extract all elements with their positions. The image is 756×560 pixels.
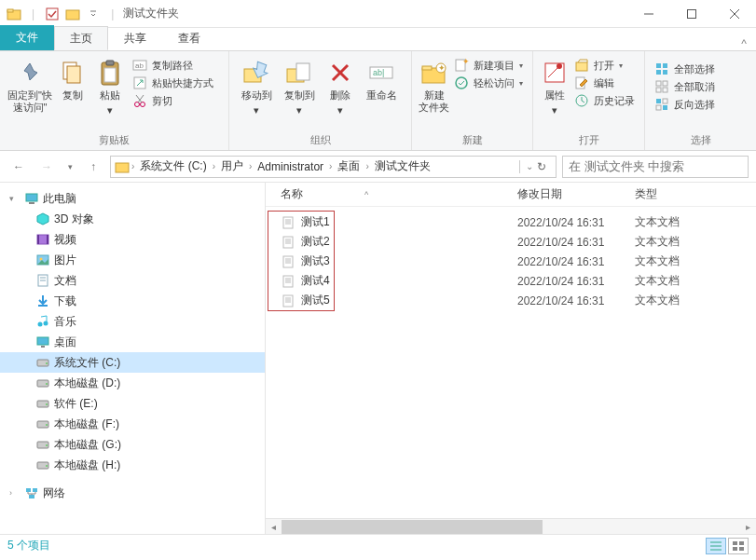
history-button[interactable]: 历史记录 [574,93,635,108]
nav-item[interactable]: 系统文件 (C:) [0,352,265,373]
copy-path-button[interactable]: ab复制路径 [132,58,213,73]
pin-icon [15,58,45,88]
nav-this-pc[interactable]: ▾此电脑 [0,188,265,209]
select-all-button[interactable]: 全部选择 [654,61,715,76]
titlebar: | | 测试文件夹 [0,0,756,28]
cut-button[interactable]: 剪切 [132,93,213,108]
select-none-button[interactable]: 全部取消 [654,79,715,94]
nav-item[interactable]: 本地磁盘 (D:) [0,373,265,393]
copy-button[interactable]: 复制 [54,54,91,102]
svg-rect-1 [7,9,13,12]
svg-rect-56 [47,235,48,244]
svg-rect-44 [663,81,667,86]
svg-point-68 [46,362,48,364]
svg-rect-5 [688,9,696,18]
nav-item[interactable]: 文档 [0,270,265,291]
copy-to-button[interactable]: 复制到▾ [278,54,321,116]
new-item-button[interactable]: ✦新建项目▾ [454,58,523,73]
easy-access-button[interactable]: 轻松访问▾ [454,75,523,90]
scroll-thumb[interactable] [282,520,543,534]
minimize-button[interactable] [627,0,670,28]
invert-selection-button[interactable]: 反向选择 [654,97,715,112]
recent-dropdown-icon[interactable]: ▾ [63,156,76,178]
delete-button[interactable]: 删除▾ [321,54,360,116]
qat-folder-icon[interactable] [64,6,81,22]
refresh-icon[interactable]: ↻ [537,160,546,173]
up-button[interactable]: ↑ [82,156,104,178]
new-folder-button[interactable]: ✦新建 文件夹 [418,54,450,114]
paste-shortcut-button[interactable]: 粘贴快捷方式 [132,75,213,90]
nav-item[interactable]: 本地磁盘 (F:) [0,414,265,434]
close-button[interactable] [713,0,756,28]
nav-item[interactable]: 本地磁盘 (G:) [0,434,265,455]
file-row[interactable]: 测试52022/10/24 16:31文本文档 [281,291,756,310]
svg-rect-47 [656,99,661,103]
nav-item[interactable]: 下载 [0,291,265,311]
group-open-label: 打开 [539,131,639,150]
rename-button[interactable]: ab|重命名 [360,54,403,102]
breadcrumb[interactable]: › 系统文件 (C:)› 用户› Administrator› 桌面› 测试文件… [110,156,557,178]
col-type[interactable]: 类型 [635,186,719,202]
tab-file[interactable]: 文件 [0,25,54,50]
nav-item[interactable]: 音乐 [0,311,265,332]
nav-pane[interactable]: ▾此电脑 3D 对象视频图片文档下载音乐桌面系统文件 (C:)本地磁盘 (D:)… [0,183,266,534]
svg-rect-42 [663,70,667,75]
pin-to-quick-access-button[interactable]: 固定到"快速访问" [6,54,54,114]
drive-icon [35,355,50,370]
breadcrumb-seg[interactable]: Administrator [254,160,327,173]
nav-item[interactable]: 视频 [0,229,265,250]
tab-view[interactable]: 查看 [162,26,216,50]
svg-rect-55 [37,235,39,244]
breadcrumb-seg[interactable]: 测试文件夹 [371,158,434,174]
svg-rect-105 [733,541,737,545]
icons-view-button[interactable] [728,538,749,554]
nav-item[interactable]: 软件 (E:) [0,393,265,414]
move-to-button[interactable]: 移动到▾ [235,54,278,116]
open-button[interactable]: 打开▾ [574,58,635,73]
svg-rect-39 [656,63,661,68]
nav-network[interactable]: ›网络 [0,483,265,503]
maximize-button[interactable] [670,0,713,28]
nav-item[interactable]: 3D 对象 [0,209,265,229]
breadcrumb-seg[interactable]: 系统文件 (C:) [136,158,210,174]
file-row[interactable]: 测试32022/10/24 16:31文本文档 [281,252,756,271]
col-name[interactable]: 名称 [281,186,303,202]
scroll-left-icon[interactable]: ◂ [266,522,282,532]
svg-rect-36 [576,62,587,71]
scroll-right-icon[interactable]: ▸ [740,522,756,532]
qat-dropdown-icon[interactable] [85,6,102,22]
svg-rect-12 [104,68,116,82]
breadcrumb-seg[interactable]: 桌面 [334,158,364,174]
details-view-button[interactable] [706,538,726,554]
column-headers[interactable]: 名称^ 修改日期 类型 [266,183,756,207]
file-list-area: 名称^ 修改日期 类型 测试12022/10/24 16:31文本文档测试220… [266,183,756,534]
svg-point-33 [456,77,467,89]
nav-item[interactable]: 图片 [0,250,265,270]
nav-item[interactable]: 本地磁盘 (H:) [0,455,265,475]
properties-button[interactable]: 属性▾ [539,54,570,116]
paste-button[interactable]: 粘贴 ▾ [91,54,129,116]
breadcrumb-seg[interactable]: 用户 [217,158,247,174]
svg-rect-43 [656,81,661,86]
forward-button[interactable]: → [35,156,58,178]
svg-point-16 [135,102,140,107]
easy-access-icon [454,75,469,90]
search-input[interactable] [562,156,749,178]
tab-share[interactable]: 共享 [108,26,162,50]
statusbar: 5 个项目 [0,534,756,556]
copy-icon [58,58,88,88]
back-button[interactable]: ← [7,156,30,178]
qat-checkbox-icon[interactable] [44,6,61,22]
collapse-ribbon-icon[interactable]: ^ [732,37,756,50]
nav-item[interactable]: 桌面 [0,332,265,352]
file-row[interactable]: 测试12022/10/24 16:31文本文档 [281,212,756,232]
svg-point-76 [46,444,48,446]
edit-button[interactable]: 编辑 [574,75,635,90]
file-row[interactable]: 测试42022/10/24 16:31文本文档 [281,271,756,291]
svg-rect-28 [422,66,432,70]
file-row[interactable]: 测试22022/10/24 16:31文本文档 [281,232,756,252]
col-date[interactable]: 修改日期 [517,186,635,202]
horizontal-scrollbar[interactable]: ◂ ▸ [266,518,756,534]
chevron-down-icon[interactable]: ⌄ [526,161,533,171]
tab-home[interactable]: 主页 [54,26,108,50]
